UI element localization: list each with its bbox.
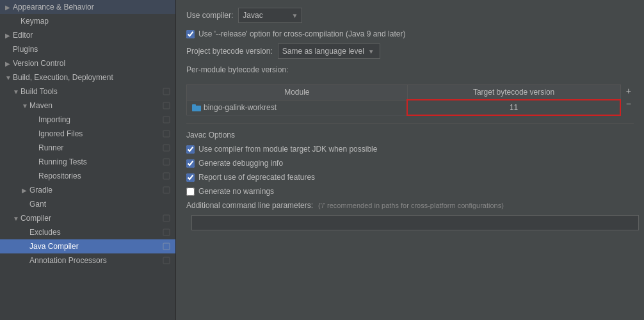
sidebar-item-label: Importing	[38, 115, 70, 124]
cmdline-row: Additional command line parameters: ('/'…	[186, 201, 634, 210]
main-content: Use compiler: Javac ▼ Use '--release' op…	[176, 0, 644, 320]
release-option-checkbox[interactable]	[186, 30, 195, 38]
sidebar-item-label: Running Tests	[38, 157, 87, 166]
sidebar-item-build-execution[interactable]: ▼ Build, Execution, Deployment	[0, 70, 175, 84]
option-row-3: Generate no warnings	[186, 187, 634, 196]
page-icon	[163, 257, 170, 264]
page-icon	[163, 158, 170, 166]
option-label-2: Report use of deprecated features	[198, 173, 315, 182]
sidebar-item-plugins[interactable]: Plugins	[0, 42, 175, 56]
sidebar-item-maven[interactable]: ▼ Maven	[0, 99, 175, 113]
sidebar-item-label: Gradle	[29, 186, 52, 195]
sidebar-item-label: Java Compiler	[29, 242, 79, 251]
module-table: Module Target bytecode version	[186, 84, 621, 116]
sidebar-item-keymap[interactable]: Keymap	[0, 14, 175, 28]
compiler-value: Javac	[243, 11, 262, 20]
page-icon	[163, 172, 170, 180]
sidebar-item-version-control[interactable]: ▶ Version Control	[0, 56, 175, 70]
sidebar-item-appearance[interactable]: ▶ Appearance & Behavior	[0, 0, 175, 14]
use-compiler-row: Use compiler: Javac ▼	[186, 8, 634, 23]
compiler-select[interactable]: Javac ▼	[238, 8, 302, 23]
cmdline-input[interactable]	[191, 215, 639, 230]
sidebar-item-editor[interactable]: ▶ Editor	[0, 28, 175, 42]
sidebar-item-importing[interactable]: Importing	[0, 113, 175, 127]
sidebar: ▶ Appearance & Behavior Keymap ▶ Editor …	[0, 0, 176, 320]
sidebar-item-label: Gant	[29, 200, 46, 209]
release-option-row: Use '--release' option for cross-compila…	[186, 29, 634, 38]
page-icon	[163, 228, 170, 236]
page-icon	[163, 214, 170, 222]
svg-rect-9	[163, 229, 170, 236]
option-checkbox-1[interactable]	[186, 159, 195, 168]
module-name: bingo-galink-workrest	[204, 103, 277, 112]
option-checkbox-0[interactable]	[186, 145, 195, 154]
sidebar-item-label: Plugins	[13, 45, 38, 54]
sidebar-item-gradle[interactable]: ▶ Gradle	[0, 183, 175, 197]
sidebar-item-build-tools[interactable]: ▼ Build Tools ⚙	[0, 84, 175, 99]
sidebar-item-excludes[interactable]: Excludes	[0, 225, 175, 239]
bytecode-dropdown[interactable]: Same as language level ▼	[278, 44, 380, 59]
svg-rect-7	[163, 187, 170, 193]
sidebar-item-annotation-processors[interactable]: Annotation Processors	[0, 253, 175, 268]
sidebar-item-label: Version Control	[13, 59, 65, 68]
sidebar-item-label: Repositories	[38, 172, 81, 180]
remove-row-button[interactable]: −	[624, 97, 634, 110]
svg-rect-2	[163, 116, 170, 123]
per-module-label: Per-module bytecode version:	[186, 65, 288, 74]
arrow-icon: ▶	[5, 4, 13, 11]
table-row[interactable]: bingo-galink-workrest 11	[187, 100, 621, 115]
svg-rect-10	[163, 243, 170, 250]
page-icon	[163, 116, 170, 124]
svg-rect-8	[163, 215, 170, 221]
page-icon	[163, 102, 170, 109]
col-module: Module	[187, 85, 408, 100]
sidebar-item-label: Annotation Processors	[29, 256, 107, 265]
divider	[186, 124, 634, 124]
bytecode-label: Project bytecode version:	[186, 47, 273, 56]
bytecode-row: Project bytecode version: Same as langua…	[186, 44, 634, 59]
use-compiler-label: Use compiler:	[186, 11, 233, 20]
svg-rect-4	[163, 145, 170, 151]
sidebar-item-label: Build Tools	[20, 87, 58, 96]
page-icon	[163, 130, 170, 138]
target-version-cell[interactable]: 11	[407, 100, 620, 115]
arrow-icon: ▶	[5, 32, 13, 39]
chevron-down-icon: ▼	[368, 48, 374, 55]
option-row-1: Generate debugging info	[186, 159, 634, 168]
arrow-icon: ▼	[5, 74, 13, 81]
arrow-icon: ▶	[22, 187, 29, 194]
sidebar-item-gant[interactable]: Gant	[0, 197, 175, 211]
option-checkbox-3[interactable]	[186, 188, 195, 196]
sidebar-item-compiler[interactable]: ▼ Compiler	[0, 211, 175, 225]
svg-rect-3	[163, 131, 170, 137]
add-row-button[interactable]: +	[624, 84, 634, 97]
option-row-0: Use compiler from module target JDK when…	[186, 145, 634, 154]
cmdline-label: Additional command line parameters:	[186, 201, 313, 210]
svg-rect-1	[163, 102, 170, 109]
arrow-icon: ▶	[5, 60, 13, 67]
svg-rect-11	[163, 257, 170, 264]
chevron-down-icon: ▼	[291, 12, 298, 19]
javac-options-title: Javac Options	[186, 131, 634, 140]
option-label-0: Use compiler from module target JDK when…	[198, 145, 377, 154]
option-label-3: Generate no warnings	[198, 187, 274, 196]
module-table-wrapper: Module Target bytecode version	[186, 84, 634, 116]
cmdline-hint: ('/' recommended in paths for cross-plat…	[318, 202, 504, 209]
sidebar-item-repositories[interactable]: Repositories	[0, 169, 175, 183]
svg-rect-0	[163, 88, 170, 95]
per-module-row: Per-module bytecode version:	[186, 65, 634, 78]
sidebar-item-runner[interactable]: Runner	[0, 141, 175, 155]
page-icon	[163, 144, 170, 152]
release-option-label: Use '--release' option for cross-compila…	[198, 29, 405, 38]
sidebar-item-label: Appearance & Behavior	[13, 3, 94, 12]
sidebar-item-running-tests[interactable]: Running Tests	[0, 155, 175, 169]
module-name-cell: bingo-galink-workrest	[187, 100, 408, 115]
sidebar-item-ignored-files[interactable]: Ignored Files	[0, 127, 175, 141]
sidebar-item-label: Excludes	[29, 228, 61, 237]
arrow-icon: ▼	[13, 215, 20, 222]
page-icon	[163, 243, 170, 250]
sidebar-item-label: Build, Execution, Deployment	[13, 73, 113, 82]
sidebar-item-java-compiler[interactable]: Java Compiler	[0, 239, 175, 253]
sidebar-item-label: Runner	[38, 143, 63, 152]
option-checkbox-2[interactable]	[186, 173, 195, 182]
